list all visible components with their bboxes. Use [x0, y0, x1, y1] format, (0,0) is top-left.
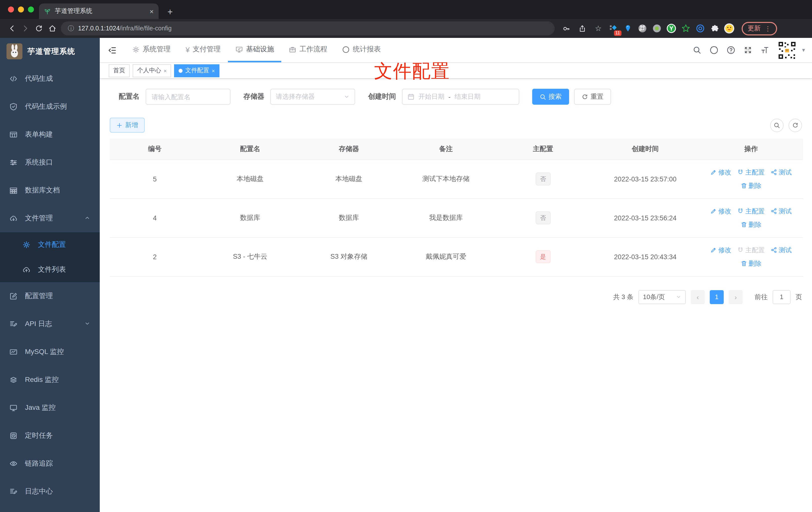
next-page-button[interactable]: ›	[729, 290, 743, 304]
storage-select[interactable]: 请选择存储器	[270, 89, 355, 105]
tab-close-icon[interactable]: ×	[150, 7, 154, 15]
zoom-window-button[interactable]	[28, 6, 34, 12]
tag-close-icon[interactable]: ×	[164, 67, 167, 73]
site-info-icon[interactable]: ⓘ	[68, 24, 74, 33]
prev-page-button[interactable]: ‹	[691, 290, 705, 304]
user-avatar[interactable]	[777, 40, 797, 60]
delete-link[interactable]: 删除	[741, 220, 761, 229]
minimize-window-button[interactable]	[18, 6, 24, 12]
tag-close-icon[interactable]: ×	[212, 67, 215, 73]
reset-button[interactable]: 重置	[574, 89, 611, 105]
sidebar-item-code-demo[interactable]: 代码生成示例	[0, 93, 100, 121]
chrome-update-menu[interactable]: 更新 ⋮	[742, 22, 777, 35]
sidebar-item-system-api[interactable]: 系统接口	[0, 149, 100, 177]
sidebar-item-db-doc[interactable]: 数据库文档	[0, 177, 100, 204]
search-button[interactable]: 搜索	[532, 89, 569, 105]
extension-eye-icon[interactable]	[694, 23, 706, 34]
edit-link[interactable]: 修改	[710, 207, 731, 216]
font-size-icon[interactable]	[757, 42, 772, 58]
edit-link[interactable]: 修改	[710, 168, 731, 177]
edit-link[interactable]: 修改	[710, 245, 731, 254]
delete-link[interactable]: 删除	[741, 181, 761, 190]
toggle-search-button[interactable]	[770, 118, 784, 132]
nav-item-infra[interactable]: 基础设施	[228, 38, 282, 62]
tag-profile[interactable]: 个人中心×	[133, 64, 171, 77]
share-icon	[771, 208, 777, 214]
share-icon	[771, 169, 777, 176]
nav-item-system[interactable]: 系统管理	[125, 38, 178, 62]
sidebar-collapse-button[interactable]	[100, 38, 125, 62]
search-icon	[774, 122, 780, 128]
sidebar-item-code-gen[interactable]: 代码生成	[0, 65, 100, 93]
browser-frame: 芋道管理系统 × +	[0, 0, 812, 19]
back-button[interactable]	[5, 22, 19, 35]
home-button[interactable]	[46, 22, 59, 35]
sidebar-item-java-monitor[interactable]: Java 监控	[0, 394, 100, 422]
delete-link[interactable]: 删除	[741, 259, 761, 268]
toolbar-right: ☆ 11 更新 ⋮	[560, 22, 777, 35]
nav-item-report[interactable]: 统计报表	[335, 38, 388, 62]
password-key-icon[interactable]	[560, 22, 573, 35]
avatar-caret-icon[interactable]: ▼	[801, 48, 806, 53]
forward-button[interactable]	[19, 22, 32, 35]
sidebar-item-scheduled-tasks[interactable]: 定时任务	[0, 422, 100, 450]
header-search-icon[interactable]	[689, 42, 704, 58]
sidebar-item-log-center[interactable]: 日志中心	[0, 478, 100, 506]
sidebar-item-mysql-monitor[interactable]: MySQL 监控	[0, 338, 100, 366]
nav-item-workflow[interactable]: 工作流程	[282, 38, 335, 62]
sidebar-item-form-builder[interactable]: 表单构建	[0, 121, 100, 149]
cell-remark: 戴佩妮真可爱	[398, 237, 495, 276]
share-icon[interactable]	[576, 22, 589, 35]
sidebar-item-tracing[interactable]: 链路追踪	[0, 450, 100, 478]
reload-button[interactable]	[32, 22, 46, 35]
extension-star-icon[interactable]	[680, 23, 692, 34]
cell-id: 2	[110, 237, 200, 276]
fullscreen-icon[interactable]	[740, 42, 755, 58]
page-size-select[interactable]: 10条/页	[638, 290, 686, 304]
sidebar-logo[interactable]: 芋道管理系统	[0, 38, 100, 65]
sidebar-item-api-log[interactable]: API 日志	[0, 310, 100, 338]
refresh-icon	[582, 93, 588, 100]
pencil-icon	[710, 169, 717, 176]
bookmark-star-icon[interactable]: ☆	[591, 22, 605, 35]
extensions-puzzle-icon[interactable]	[709, 23, 721, 34]
close-window-button[interactable]	[8, 6, 14, 12]
cell-storage: S3 对象存储	[300, 237, 397, 276]
sidebar-submenu-file: 文件配置 文件列表	[0, 232, 100, 282]
cell-remark: 测试下本地存储	[398, 159, 495, 199]
extension-dot-icon[interactable]	[651, 23, 663, 34]
col-name: 配置名	[200, 139, 300, 159]
test-link[interactable]: 测试	[771, 245, 791, 254]
goto-page-input[interactable]	[773, 290, 790, 304]
master-link[interactable]: 主配置	[737, 207, 764, 216]
tag-home[interactable]: 首页	[109, 64, 130, 77]
new-tab-button[interactable]: +	[164, 5, 177, 19]
extension-diamond-icon[interactable]: 11	[608, 23, 619, 34]
browser-toolbar: ⓘ 127.0.0.1:1024/infra/file/file-config …	[0, 19, 812, 38]
help-icon[interactable]	[723, 42, 738, 58]
test-link[interactable]: 测试	[771, 168, 791, 177]
extension-command-icon[interactable]	[636, 23, 648, 34]
cell-remark: 我是数据库	[398, 199, 495, 237]
extension-balloon-icon[interactable]	[622, 23, 634, 34]
browser-tab[interactable]: 芋道管理系统 ×	[39, 3, 158, 19]
test-link[interactable]: 测试	[771, 207, 791, 216]
config-name-input[interactable]	[146, 89, 230, 105]
extension-y-icon[interactable]	[665, 23, 677, 34]
sidebar-item-config-manage[interactable]: 配置管理	[0, 282, 100, 310]
sidebar-item-file-manage[interactable]: 文件管理	[0, 204, 100, 232]
url-bar[interactable]: ⓘ 127.0.0.1:1024/infra/file/file-config	[61, 22, 555, 35]
page-number-active[interactable]: 1	[710, 290, 724, 304]
refresh-table-button[interactable]	[788, 118, 802, 132]
date-range-picker[interactable]: 开始日期 - 结束日期	[402, 89, 519, 105]
cell-storage: 数据库	[300, 199, 397, 237]
sidebar-item-file-config[interactable]: 文件配置	[0, 232, 100, 257]
github-icon[interactable]	[706, 42, 721, 58]
nav-item-payment[interactable]: ¥支付管理	[178, 38, 228, 62]
sidebar-item-redis-monitor[interactable]: Redis 监控	[0, 366, 100, 394]
tag-file-config[interactable]: 文件配置×	[174, 64, 220, 77]
add-button[interactable]: 新增	[110, 118, 145, 132]
sidebar-item-file-list[interactable]: 文件列表	[0, 257, 100, 282]
profile-avatar-icon[interactable]	[723, 23, 735, 34]
master-link[interactable]: 主配置	[737, 168, 764, 177]
